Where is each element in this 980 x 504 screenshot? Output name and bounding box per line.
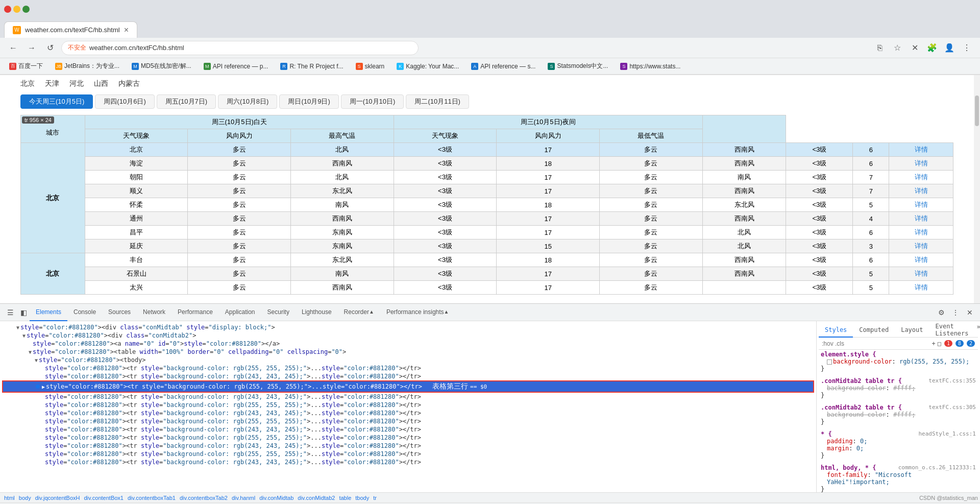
breadcrumb-tag[interactable]: div.contentBox1 [82,495,126,501]
detail-link-cell[interactable]: 详情 [889,212,953,226]
date-tab[interactable]: 周一(10月10日) [341,94,404,109]
detail-link-cell[interactable]: 详情 [889,281,953,295]
add-style-icon[interactable]: + [932,340,935,347]
breadcrumb-tag[interactable]: tr [371,495,379,501]
breadcrumb-tag[interactable]: table [337,495,353,501]
dock-button[interactable]: ◧ [17,306,30,319]
html-tree-line[interactable]: ▶style="color:#881280"><tr style="backgr… [2,372,814,380]
city-nav-link[interactable]: 河北 [69,79,84,88]
devtools-tab-performance[interactable]: Performance [172,304,219,321]
detail-link-cell[interactable]: 详情 [889,239,953,253]
bookmark-item[interactable]: JBJetBrains：为专业... [52,61,122,71]
bookmark-item[interactable]: AAPI reference — s... [468,62,538,71]
profile-button[interactable]: 👤 [942,41,957,55]
detail-link-cell[interactable]: 详情 [889,143,953,157]
html-tree-line[interactable]: ▼style="color:#881280"><div class="conMi… [2,323,814,331]
html-tree-line[interactable]: ▼style="color:#881280"><tbody> [2,356,814,364]
date-tab[interactable]: 周二(10月11日) [406,94,469,109]
devtools-tab-network[interactable]: Network [137,304,172,321]
more-tabs-button[interactable]: » [975,323,980,337]
puzzle-button[interactable]: 🧩 [925,41,939,55]
minimize-button[interactable] [13,6,20,13]
devtools-tab-sources[interactable]: Sources [102,304,137,321]
active-tab[interactable]: W weather.com.cn/textFC/hb.shtml × [4,21,137,38]
breadcrumb-tag[interactable]: html [2,495,17,501]
breadcrumb-tag[interactable]: div.conMidtab [257,495,296,501]
more-icon[interactable]: ⋮ [949,306,962,319]
styles-tab-layout[interactable]: Layout [895,323,929,338]
html-tree-line[interactable]: ▶style="color:#881280"><a name="0" id="0… [2,340,814,348]
close-button[interactable] [4,6,11,13]
expand-arrow[interactable]: ▼ [29,349,32,355]
city-nav-link[interactable]: 内蒙古 [118,79,140,88]
city-nav-link[interactable]: 山西 [94,79,108,88]
bookmark-item[interactable]: MAPI reference — p... [201,62,272,71]
date-tab[interactable]: 今天周三(10月5日) [20,94,93,109]
breadcrumb-tag[interactable]: div.conMidtab2 [296,495,337,501]
breadcrumb-tag[interactable]: div.jqcontentBoxH [33,495,82,501]
html-tree-line[interactable]: ▶style="color:#881280"><tr style="backgr… [2,434,814,442]
right-scrollbar[interactable] [974,75,980,303]
date-tab[interactable]: 周五(10月7日) [157,94,216,109]
close-devtools-icon[interactable]: ✕ [964,306,976,319]
bookmark-item[interactable]: SStatsmodels中文... [545,61,611,71]
city-nav-link[interactable]: 北京 [20,79,35,88]
html-tree-line[interactable]: ▶style="color:#881280"><tr style="backgr… [2,450,814,458]
devtools-tab-performance insights[interactable]: Performance insights ▲ [380,304,455,321]
bookmark-item[interactable]: RR: The R Project f... [277,62,346,71]
filter-input[interactable] [822,340,929,347]
styles-tab-styles[interactable]: Styles [819,323,853,338]
html-tree-line[interactable]: ▶style="color:#881280"><tr style="backgr… [2,417,814,425]
detail-link-cell[interactable]: 详情 [889,226,953,239]
detail-link-cell[interactable]: 详情 [889,253,953,267]
color-checkbox[interactable] [827,359,832,365]
bookmark-item[interactable]: MMD5在线加密/解... [129,61,194,71]
detail-link-cell[interactable]: 详情 [889,157,953,171]
forward-button[interactable]: → [24,41,39,55]
devtools-tab-recorder[interactable]: Recorder ▲ [338,304,380,321]
new-style-icon[interactable]: □ [938,340,941,347]
extensions-button[interactable]: ✕ [908,41,922,55]
expand-arrow[interactable]: ▼ [22,333,26,339]
html-tree-line[interactable]: ▶style="color:#881280"><tr style="backgr… [2,425,814,434]
devtools-tab-console[interactable]: Console [67,304,102,321]
expand-arrow[interactable]: ▼ [16,325,19,330]
bookmark-button[interactable]: ☆ [890,41,904,55]
expand-arrow[interactable]: ▼ [35,357,38,363]
date-tab[interactable]: 周四(10月6日) [95,94,154,109]
detail-link-cell[interactable]: 详情 [889,171,953,184]
devtools-tab-lighthouse[interactable]: Lighthouse [296,304,338,321]
html-tree-line[interactable]: ▶style="color:#881280"><tr style="backgr… [2,393,814,401]
breadcrumb-tag[interactable]: tbody [353,495,371,501]
html-tree-line[interactable]: ▶style="color:#881280"><tr style="backgr… [2,364,814,372]
devtools-tab-security[interactable]: Security [261,304,296,321]
date-tab[interactable]: 周日(10月9日) [279,94,338,109]
scrollbar-thumb[interactable] [975,95,979,126]
url-box[interactable]: 不安全 weather.com.cn/textFC/hb.shtml [61,41,419,55]
breadcrumb-tag[interactable]: div.contentboxTab2 [178,495,230,501]
html-tree-line[interactable]: ▶style="color:#881280"><tr style="backgr… [2,458,814,466]
date-tab[interactable]: 周六(10月8日) [218,94,277,109]
detail-link-cell[interactable]: 详情 [889,198,953,212]
bookmark-item[interactable]: 百百度一下 [6,61,46,71]
maximize-button[interactable] [22,6,30,13]
styles-tab-computed[interactable]: Computed [853,323,895,338]
bookmark-item[interactable]: Shttps://www.stats... [617,62,683,71]
html-tree-line[interactable]: ▶style="color:#881280"><tr style="backgr… [2,409,814,417]
detail-link-cell[interactable]: 详情 [889,184,953,198]
tab-close-button[interactable]: × [124,26,129,35]
bookmark-item[interactable]: KKaggle: Your Mac... [394,62,462,71]
detail-link-cell[interactable]: 详情 [889,267,953,281]
city-nav-link[interactable]: 天津 [45,79,59,88]
menu-button[interactable]: ☰ [4,306,16,319]
html-tree-line[interactable]: ▼style="color:#881280"><table width="100… [2,348,814,356]
bookmark-item[interactable]: Ssklearn [353,62,388,71]
share-button[interactable]: ⎘ [873,41,887,55]
refresh-button[interactable]: ↺ [43,41,57,55]
html-tree-line[interactable]: ▶style="color:#881280"><tr style="backgr… [2,380,814,393]
breadcrumb-tag[interactable]: div.hanml [230,495,257,501]
html-tree-line[interactable]: ▼style="color:#881280"><div class="conMi… [2,331,814,340]
breadcrumb-tag[interactable]: body [17,495,33,501]
devtools-html-tree[interactable]: ▼style="color:#881280"><div class="conMi… [0,321,817,492]
settings-icon[interactable]: ⚙ [935,306,947,319]
